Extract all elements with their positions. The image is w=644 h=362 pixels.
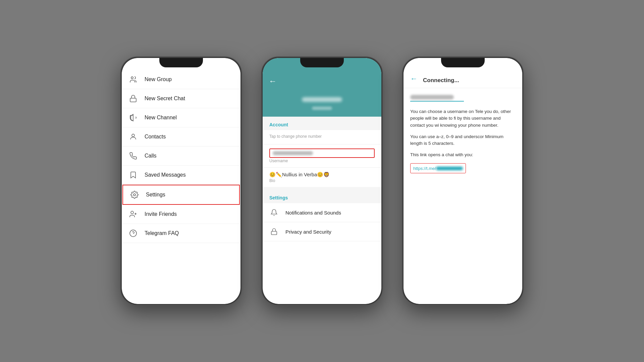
- settings-section-label: Settings: [263, 190, 381, 203]
- main-menu: New Group New Secret Chat New Channel: [122, 70, 240, 243]
- gear-icon: [130, 190, 139, 199]
- username-underline: [410, 101, 464, 102]
- menu-label-new-secret-chat: New Secret Chat: [145, 96, 185, 102]
- menu-item-new-secret-chat[interactable]: New Secret Chat: [122, 89, 240, 108]
- notifications-label: Notifications and Sounds: [285, 210, 341, 216]
- svg-point-3: [132, 134, 135, 137]
- menu-item-new-channel[interactable]: New Channel: [122, 108, 240, 127]
- phone-frame-3: ← Connecting... You can choose a usernam…: [402, 57, 523, 305]
- menu-label-settings: Settings: [146, 192, 165, 198]
- phone-2: ← Account Tap to change phone number Use…: [262, 57, 382, 305]
- connecting-title: Connecting...: [423, 77, 459, 84]
- settings-content: Account Tap to change phone number Usern…: [263, 117, 381, 241]
- phone-frame-1: New Group New Secret Chat New Channel: [121, 57, 241, 305]
- group-icon: [128, 75, 138, 84]
- description-paragraph-2: You can use a–z, 0–9 and underscor Minim…: [410, 133, 516, 147]
- menu-label-new-channel: New Channel: [145, 115, 177, 121]
- menu-label-telegram-faq: Telegram FAQ: [145, 230, 179, 236]
- volume-up-button-3: [522, 112, 523, 123]
- menu-item-telegram-faq[interactable]: Telegram FAQ: [122, 224, 240, 243]
- link-url-prefix: https://t.me/: [413, 166, 436, 171]
- bio-value: 😊✏️Nullius in Verba😊🦁: [269, 172, 375, 178]
- menu-label-calls: Calls: [145, 153, 157, 159]
- svg-rect-1: [130, 98, 136, 102]
- svg-point-5: [131, 211, 133, 214]
- settings-status-blur: [312, 107, 332, 110]
- volume-down-button: [240, 127, 241, 138]
- username-value-blur: [273, 151, 313, 155]
- svg-point-4: [133, 194, 136, 196]
- menu-label-contacts: Contacts: [145, 134, 166, 140]
- link-intro-text: This link opens a chat with you:: [410, 152, 516, 158]
- user-name-blur: [122, 58, 169, 63]
- phone-1: New Group New Secret Chat New Channel: [121, 57, 241, 305]
- phone-screen-2: ← Account Tap to change phone number Use…: [263, 58, 381, 304]
- username-field[interactable]: Username: [263, 144, 381, 168]
- menu-label-new-group: New Group: [145, 76, 172, 82]
- phone-screen-1: New Group New Secret Chat New Channel: [122, 58, 240, 304]
- volume-down-button-2: [381, 127, 382, 138]
- phone-icon: [128, 151, 138, 161]
- username-input-box[interactable]: [269, 148, 375, 158]
- bell-icon: [269, 208, 279, 217]
- lock-icon: [128, 94, 138, 103]
- settings-name-blur: [302, 97, 342, 102]
- settings-divider: [263, 187, 381, 190]
- user-phone-blur: [122, 66, 159, 70]
- bio-field[interactable]: 😊✏️Nullius in Verba😊🦁 Bio: [263, 168, 381, 187]
- phone-frame-2: ← Account Tap to change phone number Use…: [262, 57, 382, 305]
- menu-label-invite-friends: Invite Friends: [145, 211, 177, 217]
- bookmark-icon: [128, 170, 138, 180]
- connecting-header: ← Connecting...: [404, 58, 522, 88]
- telegram-link-box[interactable]: https://t.me/: [410, 163, 466, 173]
- person-add-icon: [128, 209, 138, 219]
- question-icon: [128, 229, 138, 238]
- svg-point-0: [131, 77, 133, 79]
- privacy-lock-icon: [269, 227, 279, 236]
- person-icon: [128, 132, 138, 141]
- menu-item-new-group[interactable]: New Group: [122, 70, 240, 89]
- privacy-label: Privacy and Security: [285, 229, 331, 235]
- menu-header: [122, 58, 240, 70]
- volume-down-button-3: [522, 127, 523, 138]
- username-settings-content: You can choose a username on Tele you do…: [404, 88, 522, 180]
- notifications-row[interactable]: Notifications and Sounds: [263, 203, 381, 222]
- svg-point-8: [130, 230, 137, 237]
- megaphone-icon: [128, 113, 138, 122]
- privacy-row[interactable]: Privacy and Security: [263, 222, 381, 241]
- username-label: Username: [269, 159, 375, 163]
- phone-number-field: Tap to change phone number: [263, 130, 381, 144]
- menu-label-saved-messages: Saved Messages: [145, 172, 186, 178]
- menu-item-settings[interactable]: Settings: [122, 185, 240, 205]
- menu-item-invite-friends[interactable]: Invite Friends: [122, 205, 240, 224]
- menu-item-contacts[interactable]: Contacts: [122, 127, 240, 146]
- svg-rect-10: [271, 231, 277, 235]
- menu-item-calls[interactable]: Calls: [122, 146, 240, 166]
- back-arrow-icon[interactable]: ←: [269, 76, 277, 86]
- back-arrow-icon-3[interactable]: ←: [410, 74, 418, 84]
- profile-name-blur: [410, 95, 454, 100]
- bio-label: Bio: [269, 178, 375, 183]
- settings-header: ←: [263, 58, 381, 117]
- account-section-label: Account: [263, 117, 381, 130]
- volume-up-button-2: [381, 112, 382, 123]
- phone-hint: Tap to change phone number: [269, 134, 375, 139]
- link-url-blur: [436, 167, 463, 170]
- description-paragraph-1: You can choose a username on Tele you do…: [410, 108, 516, 129]
- phone-screen-3: ← Connecting... You can choose a usernam…: [404, 58, 522, 304]
- menu-item-saved-messages[interactable]: Saved Messages: [122, 166, 240, 185]
- phone-3: ← Connecting... You can choose a usernam…: [402, 57, 523, 305]
- volume-up-button: [240, 112, 241, 123]
